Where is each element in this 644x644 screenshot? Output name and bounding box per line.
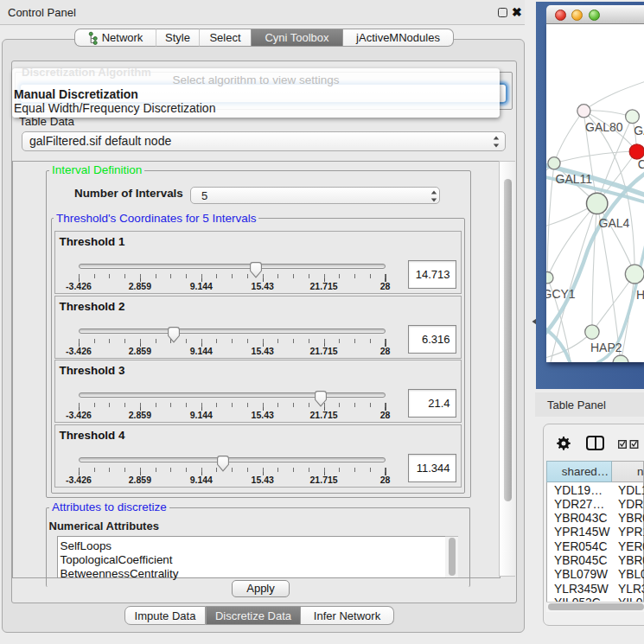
svg-text:HAP2: HAP2 (590, 341, 622, 354)
svg-text:GAL80: GAL80 (585, 120, 623, 134)
svg-text:GCY1: GCY1 (546, 287, 576, 301)
svg-text:GA: GA (634, 124, 644, 137)
svg-text:GAL11: GAL11 (556, 172, 593, 186)
svg-text:C: C (638, 157, 644, 171)
svg-text:GAL4: GAL4 (599, 216, 630, 230)
svg-text:H: H (636, 288, 644, 302)
